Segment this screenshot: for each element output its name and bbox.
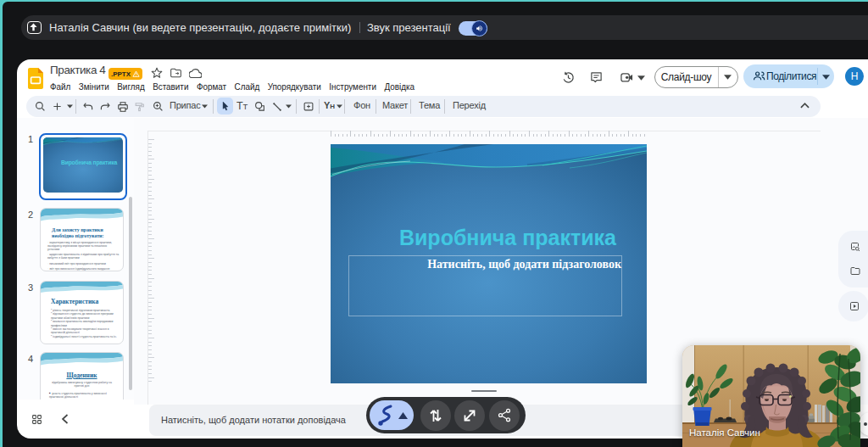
svg-text:Натисніть, щоб додати підзагол: Натисніть, щоб додати підзаголовок	[427, 258, 622, 271]
svg-text:Виробнича практика: Виробнича практика	[399, 226, 617, 249]
